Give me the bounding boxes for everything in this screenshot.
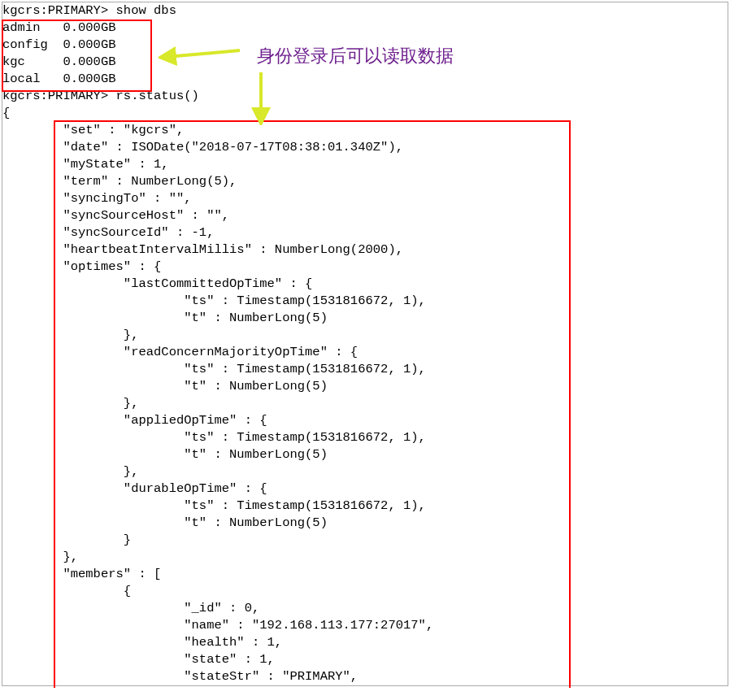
terminal-line-cmd2[interactable]: kgcrs:PRIMARY> rs.status() (2, 88, 728, 105)
command-2: rs.status() (116, 89, 199, 103)
terminal-line-cmd1[interactable]: kgcrs:PRIMARY> show dbs (2, 2, 728, 20)
db-output-line-3: local 0.000GB (2, 71, 728, 88)
prompt-2: kgcrs:PRIMARY> (2, 89, 116, 103)
db-output-line-2: kgc 0.000GB (2, 54, 728, 71)
prompt-1: kgcrs:PRIMARY> (2, 3, 116, 18)
status-output: { "set" : "kgcrs", "date" : ISODate("201… (2, 105, 728, 685)
db-output-line-1: config 0.000GB (2, 37, 728, 54)
db-output-line-0: admin 0.000GB (2, 20, 728, 37)
command-1: show dbs (116, 3, 176, 18)
terminal-container: kgcrs:PRIMARY> show dbs admin 0.000GB co… (2, 2, 728, 686)
